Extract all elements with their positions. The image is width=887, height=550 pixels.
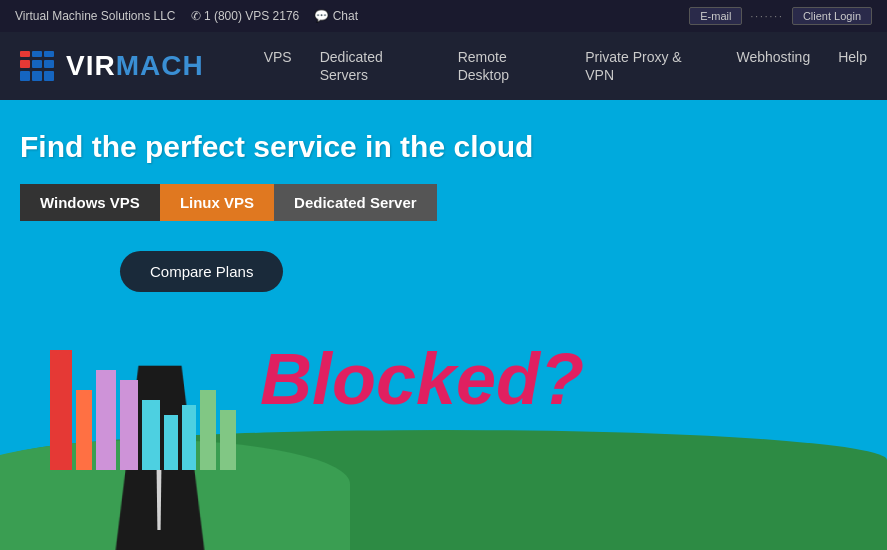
tab-windows-vps[interactable]: Windows VPS	[20, 184, 160, 221]
phone-number: 1 (800) VPS 2176	[204, 9, 299, 23]
building-4	[120, 380, 138, 470]
building-3	[96, 370, 116, 470]
hero-tabs: Windows VPS Linux VPS Dedicated Server	[20, 184, 533, 221]
blocked-text: Blocked?	[260, 338, 584, 420]
separator-dots: ·······	[750, 11, 783, 22]
nav-link-webhosting[interactable]: Webhosting	[737, 49, 811, 65]
building-6	[164, 415, 178, 470]
nav-item-help[interactable]: Help	[838, 48, 867, 84]
nav-item-proxy[interactable]: Private Proxy & VPN	[585, 48, 708, 84]
building-1	[50, 350, 72, 470]
hero-section: Find the perfect service in the cloud Wi…	[0, 100, 887, 550]
logo-icon	[20, 48, 60, 84]
email-button[interactable]: E-mail	[689, 7, 742, 25]
topbar-right: E-mail ······· Client Login	[689, 7, 872, 25]
nav-item-webhosting[interactable]: Webhosting	[737, 48, 811, 84]
nav-link-vps[interactable]: VPS	[264, 49, 292, 65]
nav-link-help[interactable]: Help	[838, 49, 867, 65]
logo-text: VIRMACH	[66, 50, 204, 82]
nav-link-proxy[interactable]: Private Proxy & VPN	[585, 49, 681, 83]
navbar: VIRMACH VPS Dedicated Servers Remote Des…	[0, 32, 887, 100]
hero-content: Find the perfect service in the cloud Wi…	[20, 130, 533, 292]
logo[interactable]: VIRMACH	[20, 48, 204, 84]
chat-label: Chat	[333, 9, 358, 23]
nav-item-dedicated[interactable]: Dedicated Servers	[320, 48, 430, 84]
building-9	[220, 410, 236, 470]
chat-info: 💬 Chat	[314, 9, 358, 23]
top-bar: Virtual Machine Solutions LLC ✆ 1 (800) …	[0, 0, 887, 32]
building-5	[142, 400, 160, 470]
phone-info: ✆ 1 (800) VPS 2176	[191, 9, 300, 23]
client-login-button[interactable]: Client Login	[792, 7, 872, 25]
tab-linux-vps[interactable]: Linux VPS	[160, 184, 274, 221]
buildings	[50, 350, 236, 470]
building-7	[182, 405, 196, 470]
nav-item-remote[interactable]: Remote Desktop	[458, 48, 558, 84]
compare-plans-button[interactable]: Compare Plans	[120, 251, 283, 292]
phone-icon: ✆	[191, 9, 201, 23]
company-name: Virtual Machine Solutions LLC	[15, 9, 176, 23]
building-8	[200, 390, 216, 470]
nav-item-vps[interactable]: VPS	[264, 48, 292, 84]
nav-link-remote[interactable]: Remote Desktop	[458, 49, 509, 83]
building-2	[76, 390, 92, 470]
topbar-left: Virtual Machine Solutions LLC ✆ 1 (800) …	[15, 9, 358, 23]
nav-links: VPS Dedicated Servers Remote Desktop Pri…	[264, 48, 867, 84]
hero-title: Find the perfect service in the cloud	[20, 130, 533, 164]
chat-icon: 💬	[314, 9, 329, 23]
nav-link-dedicated[interactable]: Dedicated Servers	[320, 49, 383, 83]
tab-dedicated-server[interactable]: Dedicated Server	[274, 184, 437, 221]
